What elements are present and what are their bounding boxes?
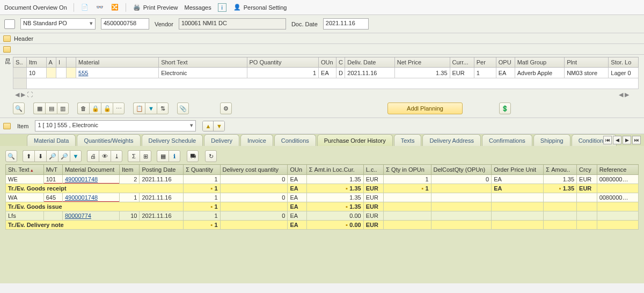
hist-cell[interactable]	[597, 211, 638, 221]
tab-shipping[interactable]: Shipping	[533, 134, 570, 146]
cell-qty[interactable]: 1	[247, 68, 319, 78]
hist-cell[interactable]	[492, 211, 544, 221]
hist-cell[interactable]: 2021.11.16	[140, 193, 184, 202]
hist-col-header[interactable]: Reference	[597, 165, 638, 175]
hist-col-header[interactable]: MvT	[43, 165, 62, 175]
hist-cell[interactable]: EA	[288, 175, 306, 184]
hist-col-header[interactable]: OUn	[288, 165, 306, 175]
hist-col-header[interactable]: Delivery cost quantity	[220, 165, 288, 175]
layout1-icon[interactable]: ▦	[33, 102, 45, 114]
col-header[interactable]: Per	[474, 57, 496, 68]
hist-cell[interactable]: Lfs	[6, 211, 44, 221]
detail-icon[interactable]: 🔍	[13, 102, 25, 114]
display-icon[interactable]: 👓	[96, 3, 104, 12]
col-header[interactable]: Material	[76, 57, 159, 68]
hist-col-header[interactable]: Posting Date	[140, 165, 184, 175]
hist-cell[interactable]: EUR	[363, 211, 384, 221]
sort-asc-icon[interactable]: ⬆	[23, 150, 34, 162]
hist-cell[interactable]: 1	[384, 175, 431, 184]
layout-icon[interactable]: ▦	[157, 150, 169, 162]
hist-cell[interactable]: WA	[6, 193, 44, 202]
extra-icon[interactable]: ⛟	[187, 150, 199, 162]
hist-cell[interactable]	[431, 193, 492, 202]
hist-cell[interactable]: 1	[184, 175, 220, 184]
find-next-icon[interactable]: 🔎	[58, 150, 70, 162]
view-icon[interactable]: 👁	[99, 150, 111, 162]
filter-icon[interactable]: ▼	[70, 150, 82, 162]
col-header[interactable]: Short Text	[159, 57, 247, 68]
col-header[interactable]: PO Quantity	[247, 57, 319, 68]
material-doc-link[interactable]: 80000774	[65, 213, 91, 219]
hist-cell[interactable]	[431, 211, 492, 221]
other-po-icon[interactable]: 🔀	[111, 3, 119, 12]
cell-itm[interactable]: 10	[26, 68, 46, 78]
col-header[interactable]: A	[46, 57, 56, 68]
hist-cell[interactable]: 1.35	[544, 175, 577, 184]
col-header[interactable]: C	[336, 57, 345, 68]
sort-desc-icon[interactable]: ⬇	[34, 150, 46, 162]
hist-cell[interactable]: 80000774	[62, 211, 119, 221]
hist-col-header[interactable]: Σ Quantity	[184, 165, 220, 175]
header-expand-bar[interactable]: Header	[0, 33, 644, 44]
hist-cell[interactable]: 0	[431, 175, 492, 184]
messages-menu[interactable]: Messages	[185, 4, 211, 11]
detail-icon[interactable]: 🔍	[5, 150, 17, 162]
hist-cell[interactable]: 0	[220, 211, 288, 221]
cell-a[interactable]	[46, 68, 56, 78]
history-table[interactable]: Sh. TextMvTMaterial DocumentItemPosting …	[5, 164, 639, 230]
print-icon[interactable]: 🖨	[87, 150, 99, 162]
tab-invoice[interactable]: Invoice	[240, 134, 273, 146]
items-expand-bar[interactable]	[0, 44, 644, 55]
sum-icon[interactable]: Σ	[128, 150, 140, 162]
item-select[interactable]: 1 [ 10 ] 555 , Electronic	[35, 120, 196, 131]
hist-cell[interactable]: 1	[184, 211, 220, 221]
services-icon[interactable]: ⚙	[220, 102, 232, 114]
row-selector[interactable]	[13, 68, 27, 78]
cell-oun[interactable]: EA	[319, 68, 336, 78]
hist-col-header[interactable]: Crcy	[577, 165, 597, 175]
hist-cell[interactable]: 10	[119, 211, 140, 221]
hist-cell[interactable]: 101	[43, 175, 62, 184]
tab-next-icon[interactable]: ▶	[623, 136, 631, 144]
po-number-field[interactable]: 4500000758	[101, 18, 149, 30]
hist-cell[interactable]	[384, 193, 431, 202]
row-selector[interactable]	[13, 78, 27, 89]
layout2-icon[interactable]: ▤	[45, 102, 57, 114]
material-doc-link[interactable]: 4900001748	[65, 194, 98, 201]
tab-conditions[interactable]: Conditions	[274, 134, 316, 146]
export-icon[interactable]: ⤓	[111, 150, 122, 162]
cell-material[interactable]: 555	[76, 68, 159, 78]
col-header[interactable]: Matl Group	[515, 57, 564, 68]
hist-col-header[interactable]: Σ Qty in OPUn	[384, 165, 431, 175]
hist-col-header[interactable]: Sh. Text	[6, 165, 44, 175]
attachment-icon[interactable]: 📎	[177, 102, 189, 114]
cell-opu[interactable]: EA	[496, 68, 515, 78]
col-header[interactable]: Itm	[26, 57, 46, 68]
cell-icon[interactable]	[66, 68, 76, 78]
filter-icon[interactable]: ▼	[145, 102, 157, 114]
tab-quantities-weights[interactable]: Quantities/Weights	[77, 134, 140, 146]
hist-cell[interactable]: 645	[43, 193, 62, 202]
cell-price[interactable]: 1.35	[394, 68, 450, 78]
item-nav-arrows[interactable]: ▲▼	[202, 121, 225, 131]
hist-col-header[interactable]: Item	[119, 165, 140, 175]
hist-cell[interactable]	[544, 193, 577, 202]
find-icon[interactable]: 🔎	[46, 150, 58, 162]
col-header[interactable]: OPU	[496, 57, 515, 68]
col-header[interactable]: Deliv. Date	[345, 57, 394, 68]
docdate-field[interactable]: 2021.11.16	[323, 18, 369, 30]
refresh-price-icon[interactable]: 💲	[499, 102, 511, 114]
cell-deliv[interactable]: 2021.11.16	[345, 68, 394, 78]
hist-cell[interactable]: EUR	[577, 175, 597, 184]
refresh-icon[interactable]: ↻	[205, 150, 217, 162]
hist-cell[interactable]	[544, 211, 577, 221]
hist-cell[interactable]: 0	[220, 193, 288, 202]
tab-delivery-address[interactable]: Delivery Address	[422, 134, 481, 146]
subtotal-icon[interactable]: ⊞	[140, 150, 151, 162]
col-header[interactable]: Net Price	[394, 57, 450, 68]
hist-cell[interactable]	[492, 193, 544, 202]
col-header[interactable]: OUn	[319, 57, 336, 68]
cell-stor[interactable]: Lager 0	[609, 68, 639, 78]
grid-config-icon[interactable]: 昆	[3, 57, 12, 65]
hist-col-header[interactable]: Σ Amt.in Loc.Cur.	[306, 165, 363, 175]
